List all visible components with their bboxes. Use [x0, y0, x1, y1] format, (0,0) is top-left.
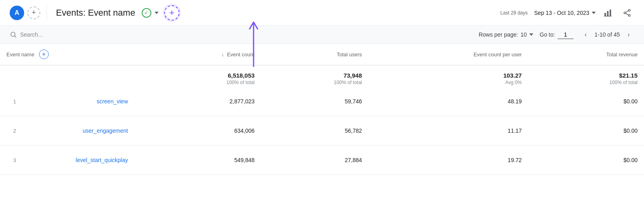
summary-event-count-cell: 6,518,053 100% of total: [141, 65, 261, 87]
row-total-revenue: $0.00: [528, 146, 644, 175]
event-name-link[interactable]: screen_view: [97, 98, 128, 105]
summary-ecpu-value: 103.27: [375, 72, 522, 79]
date-range-picker[interactable]: Sep 13 - Oct 10, 2023: [534, 10, 596, 16]
search-icon: [10, 31, 17, 38]
summary-revenue-value: $21.15: [535, 72, 638, 79]
row-num: 3: [6, 151, 23, 169]
go-to-input[interactable]: [557, 31, 574, 39]
row-event-count: 634,006: [141, 116, 261, 146]
summary-total-revenue-cell: $21.15 100% of total: [528, 65, 644, 87]
toolbar-right: Rows per page: 10 Go to: ‹ 1-10 of 45 ›: [479, 29, 634, 40]
svg-line-7: [626, 13, 629, 15]
row-total-users: 59,746: [261, 87, 369, 116]
rows-per-page-label: Rows per page:: [479, 31, 518, 38]
next-page-button[interactable]: ›: [623, 29, 634, 40]
pagination-info: ‹ 1-10 of 45 ›: [580, 29, 634, 40]
rows-per-page-select[interactable]: 10: [520, 31, 533, 38]
avatar: A: [10, 6, 24, 20]
summary-event-count-value: 6,518,053: [147, 72, 255, 79]
top-bar: A + Events: Event name ✓ + Last 28 days …: [0, 0, 644, 26]
check-badge: ✓: [142, 8, 151, 18]
table-row: 3 level_start_quickplay 549,848 27,884 1…: [0, 146, 644, 175]
row-total-users: 27,884: [261, 146, 369, 175]
summary-total-users-cell: 73,948 100% of total: [261, 65, 369, 87]
sort-icon: ↓: [221, 52, 224, 58]
svg-point-4: [624, 12, 626, 14]
summary-ecpu-sub: Avg 0%: [375, 80, 522, 85]
add-metric-button[interactable]: +: [39, 49, 49, 59]
row-event-count-per-user: 11.17: [368, 116, 528, 146]
chevron-down-icon: [155, 12, 159, 14]
date-chevron-icon: [592, 12, 596, 14]
search-wrapper: [10, 31, 101, 38]
table-row: 2 user_engagement 634,006 56,782 11.17 $…: [0, 116, 644, 146]
top-bar-right: Last 28 days Sep 13 - Oct 10, 2023: [500, 6, 634, 20]
share-icon-button[interactable]: [620, 6, 634, 20]
svg-line-9: [14, 36, 16, 37]
table-header-row: Event name + ↓ Event count Total users E…: [0, 44, 644, 65]
col-header-total-users: Total users: [261, 44, 369, 65]
prev-page-button[interactable]: ‹: [580, 29, 591, 40]
event-name-link[interactable]: level_start_quickplay: [76, 157, 128, 163]
search-input[interactable]: [20, 31, 101, 38]
chart-icon-button[interactable]: [601, 6, 615, 20]
summary-event-name-cell: [0, 65, 141, 87]
events-table: Event name + ↓ Event count Total users E…: [0, 44, 644, 175]
row-event-count: 2,877,023: [141, 87, 261, 116]
row-event-count: 549,848: [141, 146, 261, 175]
summary-event-count-per-user-cell: 103.27 Avg 0%: [368, 65, 528, 87]
rows-per-page-control: Rows per page: 10: [479, 31, 533, 38]
col-header-total-revenue: Total revenue: [528, 44, 644, 65]
row-num: 2: [6, 122, 23, 140]
col-header-event-count-per-user: Event count per user: [368, 44, 528, 65]
vertical-divider: [47, 6, 47, 20]
row-total-revenue: $0.00: [528, 87, 644, 116]
add-comparison-button[interactable]: +: [164, 5, 180, 21]
page-title: Events: Event name: [56, 8, 135, 18]
svg-rect-0: [605, 13, 606, 16]
summary-total-users-sub: 100% of total: [268, 80, 362, 85]
row-event-name-cell: 1 screen_view: [0, 87, 141, 116]
summary-event-count-sub: 100% of total: [147, 80, 255, 85]
rows-chevron-icon: [529, 33, 533, 36]
data-table-container: Event name + ↓ Event count Total users E…: [0, 44, 644, 175]
col-header-event-count[interactable]: ↓ Event count: [141, 44, 261, 65]
svg-point-3: [628, 9, 630, 11]
svg-rect-1: [607, 11, 609, 16]
row-event-name-cell: 3 level_start_quickplay: [0, 146, 141, 175]
toolbar-row: Rows per page: 10 Go to: ‹ 1-10 of 45 ›: [0, 26, 644, 44]
event-name-link[interactable]: user_engagement: [83, 128, 128, 134]
table-row: 1 screen_view 2,877,023 59,746 48.19 $0.…: [0, 87, 644, 116]
date-prefix-label: Last 28 days: [500, 10, 528, 16]
row-event-count-per-user: 48.19: [368, 87, 528, 116]
svg-point-5: [628, 14, 630, 16]
go-to-label: Go to:: [540, 31, 555, 38]
add-report-button[interactable]: +: [27, 6, 40, 19]
page-title-dropdown[interactable]: Events: Event name ✓: [54, 6, 161, 20]
row-num: 1: [6, 93, 23, 110]
go-to-control: Go to:: [540, 31, 574, 39]
summary-row: 6,518,053 100% of total 73,948 100% of t…: [0, 65, 644, 87]
pagination-text: 1-10 of 45: [594, 31, 620, 38]
svg-line-6: [626, 10, 629, 12]
row-total-revenue: $0.00: [528, 116, 644, 146]
summary-total-users-value: 73,948: [268, 72, 362, 79]
col-header-event-name: Event name +: [0, 44, 141, 65]
row-total-users: 56,782: [261, 116, 369, 146]
svg-rect-2: [610, 9, 611, 16]
summary-revenue-sub: 100% of total: [535, 80, 638, 85]
row-event-count-per-user: 19.72: [368, 146, 528, 175]
row-event-name-cell: 2 user_engagement: [0, 116, 141, 146]
